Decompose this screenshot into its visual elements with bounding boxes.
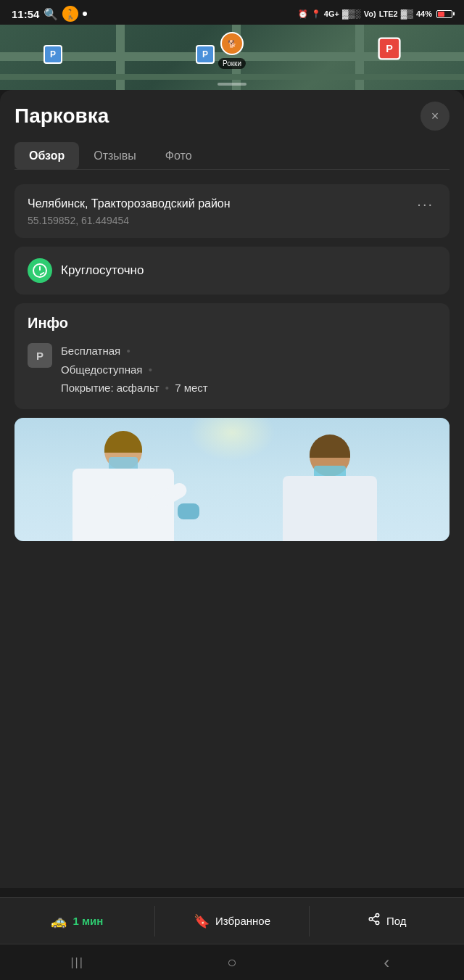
battery-icon	[436, 10, 452, 18]
address-coords: 55.159852, 61.449454	[28, 215, 414, 226]
search-icon: 🔍	[44, 7, 58, 21]
status-bar: 11:54 🔍 🚶 ⏰ 📍 4G+ ▓▒░ Vo) LTE2 ▓▒ 44%	[0, 0, 464, 25]
signal2-icon: ▓▒	[401, 9, 413, 19]
voip-label: Vo)	[364, 9, 376, 18]
doctor-scene	[14, 418, 450, 541]
battery-label: 44%	[416, 9, 432, 18]
nav-home-button[interactable]: ○	[210, 948, 254, 977]
doctor-figure-1	[72, 425, 174, 541]
photo-card[interactable]	[14, 418, 450, 541]
signal-icon: ▓▒░	[342, 9, 361, 19]
more-button[interactable]: ···	[414, 196, 436, 213]
info-details: Бесплатная • Общедоступная • Покрытие: а…	[61, 342, 208, 398]
clock-face	[33, 263, 47, 278]
share-icon	[368, 913, 381, 929]
favorite-button[interactable]: 🔖 Избранное	[155, 906, 310, 936]
alarm-icon: ⏰	[298, 9, 308, 19]
road-vertical-3	[355, 25, 364, 90]
taxi-time: 1 мин	[72, 915, 103, 927]
parking-pin-1: P	[44, 45, 62, 64]
info-free: Бесплатная	[61, 345, 120, 357]
nav-back-button[interactable]: ‹	[365, 948, 408, 977]
map-user-avatar: 🐕 Рокки	[220, 32, 244, 55]
avatar: 🐕	[220, 32, 244, 55]
network-label: 4G+	[324, 9, 339, 18]
road-horizontal-2	[0, 74, 464, 80]
location-icon: 📍	[311, 9, 321, 19]
map-area: P P P 🐕 Рокки	[0, 25, 464, 90]
info-spaces: 7 мест	[175, 382, 208, 394]
lte-label: LTE2	[379, 9, 398, 18]
info-title: Инфо	[28, 315, 436, 332]
share-button[interactable]: Под	[310, 905, 464, 936]
svg-line-4	[372, 916, 376, 918]
hours-card: Круглосуточно	[14, 247, 450, 295]
scroll-indicator	[218, 83, 246, 86]
tab-reviews[interactable]: Отзывы	[79, 142, 151, 170]
sheet-header: Парковка ×	[14, 102, 450, 131]
share-label: Под	[386, 915, 407, 927]
parking-square-icon: P	[28, 343, 52, 368]
home-icon: ○	[227, 955, 236, 971]
address-text-container: Челябинск, Тракторозаводский район 55.15…	[28, 196, 414, 226]
close-button[interactable]: ×	[420, 102, 450, 131]
close-icon: ×	[431, 109, 439, 124]
sheet-title: Парковка	[14, 104, 109, 128]
map-background: P P P 🐕 Рокки	[0, 25, 464, 90]
glove-1	[178, 503, 199, 519]
taxi-button[interactable]: 🚕 1 мин	[0, 906, 155, 936]
nav-bar: ||| ○ ‹	[0, 944, 464, 980]
doctor-hair-1	[104, 431, 142, 453]
hours-text: Круглосуточно	[61, 263, 144, 278]
address-card: Челябинск, Тракторозаводский район 55.15…	[14, 184, 450, 238]
taxi-icon: 🚕	[51, 913, 67, 929]
nav-recent-button[interactable]: |||	[56, 948, 99, 977]
recent-apps-icon: |||	[70, 956, 83, 969]
patient-figure	[283, 432, 377, 541]
info-section: Инфо P Бесплатная • Общедоступная • Покр…	[14, 303, 450, 409]
dot-indicator	[83, 12, 87, 16]
status-left: 11:54 🔍 🚶	[12, 6, 87, 22]
spacer	[14, 550, 450, 637]
status-time: 11:54	[12, 8, 39, 20]
bottom-sheet: Парковка × Обзор Отзывы Фото Челябинск, …	[0, 90, 464, 888]
parking-pin-2: P	[196, 45, 215, 64]
parking-pin-active: P	[378, 37, 400, 59]
status-right: ⏰ 📍 4G+ ▓▒░ Vo) LTE2 ▓▒ 44%	[298, 9, 452, 19]
back-icon: ‹	[384, 952, 389, 973]
tabs-container: Обзор Отзывы Фото	[14, 142, 450, 170]
walking-icon: 🚶	[62, 6, 78, 22]
info-row: P Бесплатная • Общедоступная • Покрытие:…	[28, 342, 436, 398]
clock-icon	[28, 258, 52, 283]
patient-body	[283, 476, 377, 541]
svg-line-3	[372, 920, 376, 922]
clock-minute-hand	[40, 272, 45, 276]
action-bar: 🚕 1 мин 🔖 Избранное Под	[0, 897, 464, 944]
favorite-label: Избранное	[215, 915, 270, 927]
patient-hair	[310, 435, 350, 458]
tab-overview[interactable]: Обзор	[14, 142, 79, 170]
tab-photos[interactable]: Фото	[151, 142, 207, 170]
clock-hour-hand	[39, 266, 41, 271]
info-surface: Покрытие: асфальт	[61, 382, 160, 394]
road-vertical-1	[116, 25, 125, 90]
bookmark-icon: 🔖	[194, 913, 210, 929]
address-main: Челябинск, Тракторозаводский район	[28, 196, 414, 212]
info-public: Общедоступная	[61, 363, 142, 376]
map-user-label: Рокки	[218, 58, 246, 69]
